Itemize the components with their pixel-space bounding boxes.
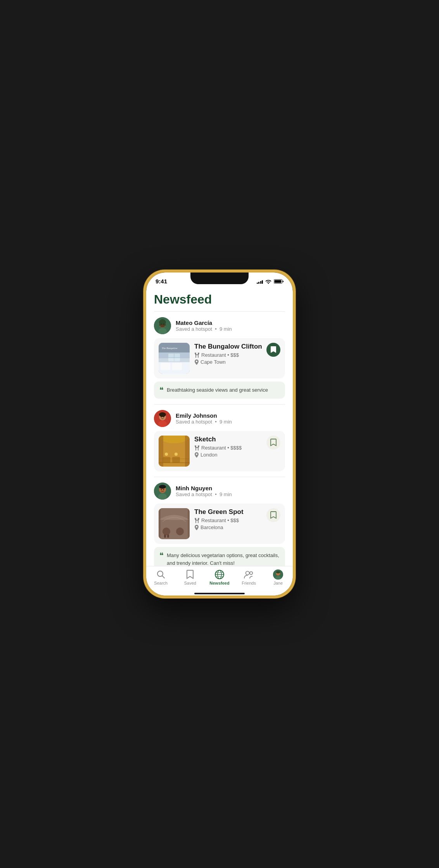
home-bar (194, 593, 245, 594)
svg-rect-12 (159, 362, 190, 374)
hotspot-location-sketch: London (194, 452, 280, 458)
svg-point-39 (196, 453, 197, 455)
svg-rect-31 (162, 457, 170, 463)
page-title: Newsfeed (146, 286, 293, 311)
phone-frame: 9:41 (144, 270, 295, 598)
nav-item-friends[interactable]: Friends (237, 569, 261, 585)
user-row-emily: Emily Johnson Saved a hotspot • 9 min (154, 410, 285, 427)
user-name-mateo: Mateo García (176, 319, 232, 326)
bookmark-icon (185, 569, 195, 580)
restaurant-icon-sketch (194, 445, 200, 451)
nav-item-search[interactable]: Search (149, 569, 173, 585)
svg-rect-53 (188, 508, 190, 539)
hotspot-image-sketch (159, 436, 190, 467)
svg-point-9 (163, 324, 164, 325)
svg-point-43 (158, 493, 167, 500)
user-action-emily: Saved a hotspot • 9 min (176, 419, 232, 425)
svg-point-46 (161, 491, 164, 492)
bookmark-button-greenspot[interactable] (266, 508, 280, 522)
nav-item-saved[interactable]: Saved (178, 569, 202, 585)
nav-label-profile: Jane (273, 581, 283, 585)
svg-point-42 (159, 485, 166, 489)
nav-item-profile[interactable]: Jane (266, 569, 290, 585)
nav-label-saved: Saved (184, 581, 196, 585)
hotspot-card-sketch: Sketch Restaurant • $$$$ (154, 431, 285, 471)
user-row-mateo: Mateo García Saved a hotspot • 9 min (154, 317, 285, 334)
hotspot-image-greenspot (159, 508, 190, 539)
svg-point-56 (196, 526, 197, 528)
hotspot-card-bungalow: The Bungalow The Bungalow Clifton (154, 338, 285, 378)
notch (190, 273, 249, 284)
svg-rect-35 (159, 436, 163, 467)
user-info-mateo: Mateo García Saved a hotspot • 9 min (176, 319, 232, 332)
wifi-icon (265, 279, 271, 284)
phone-screen: 9:41 (146, 273, 293, 595)
phone-inner: 9:41 (146, 273, 293, 595)
location-icon (194, 359, 199, 365)
signal-icon (257, 279, 263, 284)
nav-label-newsfeed: Newsfeed (209, 581, 229, 585)
svg-point-45 (163, 489, 164, 490)
user-info-minh: Minh Nguyen Saved a hotspot • 9 min (176, 485, 232, 497)
nav-item-newsfeed[interactable]: Newsfeed (208, 569, 231, 585)
svg-rect-47 (159, 508, 190, 539)
svg-rect-2 (283, 281, 283, 282)
status-icons (257, 279, 284, 284)
svg-point-8 (161, 324, 162, 325)
location-icon-greenspot (194, 525, 199, 530)
svg-rect-32 (172, 457, 180, 463)
svg-rect-1 (275, 280, 282, 283)
avatar-emily (154, 410, 171, 427)
feed-item-minh: Minh Nguyen Saved a hotspot • 9 min (146, 477, 293, 566)
friends-icon (244, 569, 254, 580)
svg-point-33 (165, 453, 168, 456)
svg-point-22 (196, 361, 197, 362)
svg-point-49 (176, 528, 184, 535)
bookmark-button-bungalow[interactable] (266, 343, 280, 357)
home-indicator (146, 593, 293, 595)
svg-rect-14 (172, 363, 182, 370)
svg-point-48 (162, 528, 170, 535)
hotspot-location-bungalow: Cape Town (194, 359, 280, 365)
profile-avatar-icon (273, 569, 283, 580)
quote-card-bungalow: ❝ Breathtaking seaside views and great s… (154, 382, 285, 399)
svg-rect-51 (167, 535, 169, 538)
restaurant-icon (194, 352, 200, 358)
hotspot-location-greenspot: Barcelona (194, 524, 280, 530)
battery-icon (274, 279, 283, 284)
hotspot-card-greenspot: The Green Spot Restaurant • $$$ (154, 503, 285, 544)
search-icon (156, 569, 166, 580)
svg-point-71 (245, 571, 249, 575)
user-action-minh: Saved a hotspot • 9 min (176, 491, 232, 497)
svg-point-10 (160, 325, 165, 327)
svg-point-26 (158, 421, 167, 427)
nav-label-friends: Friends (242, 581, 256, 585)
avatar-minh (154, 483, 171, 500)
svg-point-72 (249, 572, 252, 575)
user-info-emily: Emily Johnson Saved a hotspot • 9 min (176, 412, 232, 425)
quote-mark-greenspot: ❝ (159, 552, 164, 559)
restaurant-icon-greenspot (194, 518, 200, 523)
location-icon-sketch (194, 452, 199, 458)
svg-rect-52 (159, 508, 161, 539)
bottom-nav: Search Saved (146, 566, 293, 593)
globe-icon (214, 569, 225, 580)
svg-point-25 (159, 412, 166, 417)
quote-mark-bungalow: ❝ (159, 386, 164, 394)
svg-point-44 (161, 489, 162, 490)
user-row-minh: Minh Nguyen Saved a hotspot • 9 min (154, 483, 285, 500)
svg-text:The Bungalow: The Bungalow (162, 347, 178, 350)
svg-rect-50 (164, 535, 166, 538)
hotspot-image-bungalow: The Bungalow (159, 343, 190, 374)
feed-item-emily: Emily Johnson Saved a hotspot • 9 min (146, 404, 293, 477)
quote-text-bungalow: Breathtaking seaside views and great ser… (167, 386, 268, 394)
svg-point-7 (158, 328, 167, 334)
svg-point-27 (161, 417, 162, 418)
svg-rect-36 (185, 436, 190, 467)
svg-point-75 (276, 571, 280, 573)
feed-item-mateo: Mateo García Saved a hotspot • 9 min (146, 312, 293, 404)
bookmark-button-sketch[interactable] (266, 436, 280, 450)
scroll-area[interactable]: Newsfeed (146, 286, 293, 566)
nav-label-search: Search (154, 581, 168, 585)
status-time: 9:41 (156, 278, 167, 285)
